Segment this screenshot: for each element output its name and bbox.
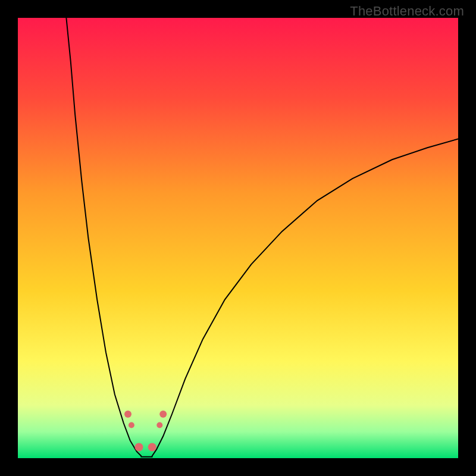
marker-point [129,422,134,428]
marker-point [135,443,143,452]
chart-frame: TheBottleneck.com [0,0,476,476]
gradient-background [18,18,458,458]
marker-point [124,411,131,418]
watermark-text: TheBottleneck.com [350,4,464,19]
marker-point [148,443,156,452]
marker-point [156,422,162,428]
chart-plot [18,18,458,458]
marker-point [159,411,167,418]
